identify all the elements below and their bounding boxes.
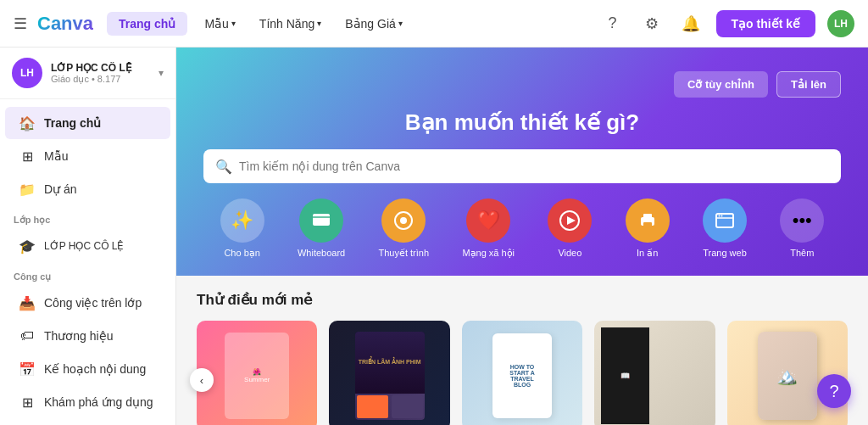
mang-xa-hoi-icon: ❤️ — [466, 199, 510, 243]
topbar-right: ? ⚙ 🔔 Tạo thiết kế LH — [599, 10, 854, 37]
card-image-do-hoa-blog: TRIỂN LÃM ẢNH PHIM — [329, 321, 449, 425]
user-info: LỚP HỌC CÔ LỆ Giáo dục • 8.177 — [51, 62, 150, 85]
create-button[interactable]: Tạo thiết kế — [716, 10, 815, 37]
scroll-left-arrow[interactable]: ‹ — [190, 368, 214, 392]
calendar-icon: 📅 — [19, 361, 36, 377]
sidebar-item-cong-viec[interactable]: 📥 Công việc trên lớp — [5, 287, 170, 319]
lop-hoc-icon: 🎓 — [19, 238, 36, 254]
sidebar-item-mau[interactable]: ⊞ Mẫu — [5, 140, 170, 172]
hero-title: Bạn muốn thiết kế gì? — [203, 109, 841, 136]
nav-mau-link[interactable]: Mẫu ▾ — [198, 14, 242, 34]
cho-ban-icon: ✨ — [220, 199, 264, 243]
svg-point-12 — [721, 215, 722, 217]
card-hinh-nen[interactable]: 🏔️ Hình nền điện thoại — [727, 321, 848, 425]
category-thuyet-trinh[interactable]: Thuyết trình — [379, 199, 430, 259]
sidebar-item-lop-hoc[interactable]: 🎓 LỚP HỌC CÔ LỆ — [5, 230, 170, 262]
user-name: LỚP HỌC CÔ LỆ — [51, 62, 150, 74]
sidebar-item-thuong-hieu[interactable]: 🏷 Thương hiệu — [5, 320, 170, 352]
category-mang-xa-hoi[interactable]: ❤️ Mạng xã hội — [462, 199, 515, 259]
card-image-dau-trang: HOW TOSTART ATRAVELBLOG — [462, 321, 582, 425]
user-avatar: LH — [12, 58, 42, 88]
main-content: Cỡ tùy chỉnh Tải lên Bạn muốn thiết kế g… — [176, 48, 868, 425]
custom-size-button[interactable]: Cỡ tùy chỉnh — [674, 71, 768, 98]
category-whiteboard[interactable]: Whiteboard — [298, 199, 345, 259]
apps-icon: ⊞ — [19, 394, 36, 411]
category-them[interactable]: ••• Thêm — [780, 199, 824, 259]
card-dau-trang-2[interactable]: 📖 Dấu trang — [594, 321, 715, 425]
upload-button[interactable]: Tải lên — [776, 71, 841, 98]
nav-bang-gia-link[interactable]: Bảng Giá ▾ — [338, 14, 409, 34]
svg-point-11 — [718, 215, 720, 217]
help-fab[interactable]: ? — [817, 374, 851, 408]
svg-marker-5 — [567, 216, 576, 225]
in-an-icon — [626, 199, 670, 243]
category-trang-web[interactable]: Trang web — [703, 199, 747, 259]
svg-rect-8 — [643, 222, 652, 227]
project-icon: 📁 — [19, 181, 36, 198]
section-lop-hoc: Lớp học — [0, 206, 175, 229]
card-image-dau-trang-2: 📖 — [594, 321, 715, 425]
card-do-hoa-blog[interactable]: TRIỂN LÃM ẢNH PHIM Đồ họa blog — [329, 321, 449, 425]
section-title: Thử điều mới mẻ — [197, 291, 848, 309]
sidebar-item-trang-chu[interactable]: 🏠 Trang chủ — [5, 107, 170, 139]
svg-point-3 — [400, 217, 407, 224]
whiteboard-icon — [299, 199, 343, 243]
new-section: Thử điều mới mẻ ‹ 🌺Summer Chương trình — [176, 276, 868, 425]
nav-tinh-nang-link[interactable]: Tính Năng ▾ — [253, 14, 328, 34]
home-icon: 🏠 — [19, 115, 36, 131]
thuyet-trinh-icon — [381, 199, 426, 243]
trang-web-icon — [703, 199, 747, 243]
svg-rect-7 — [643, 214, 652, 219]
user-avatar-top[interactable]: LH — [827, 10, 854, 37]
help-icon[interactable]: ? — [599, 10, 626, 37]
notification-icon[interactable]: 🔔 — [677, 10, 704, 37]
search-icon: 🔍 — [215, 159, 232, 175]
card-image-chuong-trinh: 🌺Summer — [197, 321, 317, 425]
hero-section: Cỡ tùy chỉnh Tải lên Bạn muốn thiết kế g… — [176, 48, 868, 276]
category-cho-ban[interactable]: ✨ Cho bạn — [220, 199, 264, 259]
them-icon: ••• — [780, 199, 824, 243]
categories-row: ✨ Cho bạn Whiteboard Thuyết trình ❤️ — [203, 199, 841, 259]
sidebar-item-kham-pha[interactable]: ⊞ Khám phá ứng dụng — [5, 386, 170, 418]
user-block[interactable]: LH LỚP HỌC CÔ LỆ Giáo dục • 8.177 ▾ — [0, 48, 175, 99]
card-chuong-trinh[interactable]: 🌺Summer Chương trình — [197, 321, 317, 425]
topbar: ☰ Canva Trang chủ Mẫu ▾ Tính Năng ▾ Bảng… — [0, 0, 868, 48]
user-caret-icon: ▾ — [159, 67, 164, 79]
settings-icon[interactable]: ⚙ — [638, 10, 665, 37]
sidebar-nav: 🏠 Trang chủ ⊞ Mẫu 📁 Dự án Lớp học 🎓 LỚP … — [0, 99, 175, 425]
video-icon — [548, 199, 592, 243]
brand-icon: 🏷 — [19, 327, 36, 344]
sidebar-item-du-an[interactable]: 📁 Dự án — [5, 173, 170, 205]
search-bar: 🔍 — [203, 149, 841, 183]
category-in-an[interactable]: In ấn — [626, 199, 670, 259]
svg-rect-0 — [313, 214, 330, 226]
section-cong-cu: Công cụ — [0, 263, 175, 286]
cards-row: ‹ 🌺Summer Chương trình — [197, 321, 848, 425]
work-icon: 📥 — [19, 294, 36, 311]
tinh-nang-caret-icon: ▾ — [317, 19, 321, 28]
search-input[interactable] — [239, 159, 829, 173]
mau-caret-icon: ▾ — [231, 19, 236, 28]
card-dau-trang[interactable]: HOW TOSTART ATRAVELBLOG Đầu trang — [462, 321, 582, 425]
card-image-hinh-nen: 🏔️ — [727, 321, 848, 425]
nav-home-button[interactable]: Trang chủ — [107, 12, 187, 36]
main-layout: LH LỚP HỌC CÔ LỆ Giáo dục • 8.177 ▾ 🏠 Tr… — [0, 48, 868, 425]
category-video[interactable]: Video — [548, 199, 592, 259]
hamburger-icon[interactable]: ☰ — [14, 14, 27, 33]
logo: Canva — [37, 13, 93, 35]
hero-top-buttons: Cỡ tùy chỉnh Tải lên — [203, 71, 841, 98]
user-sub: Giáo dục • 8.177 — [51, 74, 150, 85]
template-icon: ⊞ — [19, 148, 36, 165]
sidebar-item-ke-hoach[interactable]: 📅 Kế hoạch nội dung — [5, 353, 170, 385]
sidebar: LH LỚP HỌC CÔ LỆ Giáo dục • 8.177 ▾ 🏠 Tr… — [0, 48, 176, 425]
bang-gia-caret-icon: ▾ — [398, 19, 403, 28]
